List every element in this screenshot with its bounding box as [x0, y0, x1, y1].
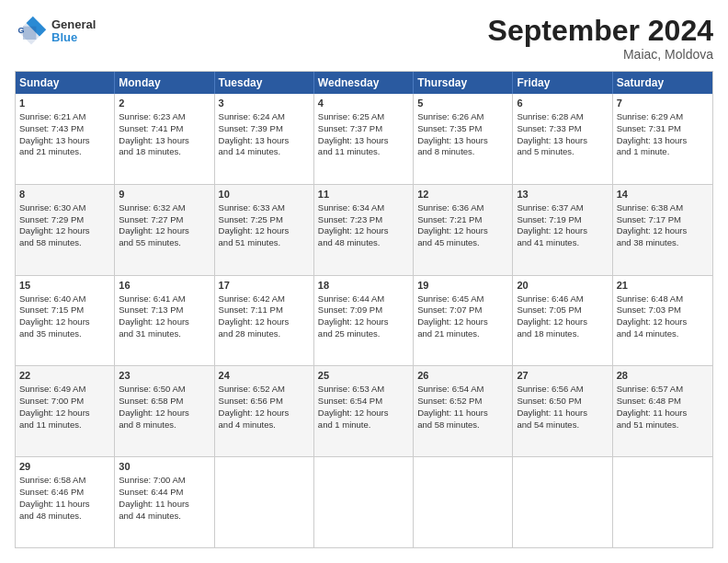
day-cell-26: 26Sunrise: 6:54 AM Sunset: 6:52 PM Dayli… [414, 366, 513, 456]
calendar-row-4: 22Sunrise: 6:49 AM Sunset: 7:00 PM Dayli… [16, 366, 712, 457]
day-number-22: 22 [19, 369, 110, 383]
day-number-9: 9 [119, 188, 210, 201]
day-number-28: 28 [617, 369, 709, 383]
day-number-30: 30 [119, 460, 210, 474]
calendar-header: Sunday Monday Tuesday Wednesday Thursday… [16, 72, 712, 94]
day-cell-12: 12Sunrise: 6:36 AM Sunset: 7:21 PM Dayli… [414, 185, 513, 275]
empty-cell-r4c3 [314, 457, 414, 547]
empty-cell-r4c5 [513, 457, 612, 547]
day-cell-18: 18Sunrise: 6:44 AM Sunset: 7:09 PM Dayli… [314, 276, 414, 366]
day-number-25: 25 [318, 369, 409, 383]
header-wednesday: Wednesday [314, 72, 414, 94]
day-cell-20: 20Sunrise: 6:46 AM Sunset: 7:05 PM Dayli… [513, 276, 612, 366]
day-number-23: 23 [119, 369, 210, 383]
day-cell-22: 22Sunrise: 6:49 AM Sunset: 7:00 PM Dayli… [16, 366, 115, 456]
calendar: Sunday Monday Tuesday Wednesday Thursday… [15, 71, 713, 548]
day-number-14: 14 [617, 188, 709, 201]
svg-text:G: G [18, 26, 25, 35]
month-title: September 2024 [488, 15, 713, 47]
calendar-row-3: 15Sunrise: 6:40 AM Sunset: 7:15 PM Dayli… [16, 276, 712, 367]
logo-line2: Blue [51, 31, 96, 44]
day-cell-16: 16Sunrise: 6:41 AM Sunset: 7:13 PM Dayli… [115, 276, 214, 366]
empty-cell-r4c2 [215, 457, 314, 547]
day-number-15: 15 [19, 279, 110, 293]
day-cell-27: 27Sunrise: 6:56 AM Sunset: 6:50 PM Dayli… [513, 366, 612, 456]
day-number-17: 17 [219, 279, 310, 293]
logo: G General Blue [15, 15, 96, 48]
day-number-19: 19 [417, 279, 508, 293]
day-number-27: 27 [517, 369, 608, 383]
calendar-row-5: 29Sunrise: 6:58 AM Sunset: 6:46 PM Dayli… [16, 457, 712, 547]
empty-cell-r4c6 [613, 457, 712, 547]
day-cell-7: 7Sunrise: 6:29 AM Sunset: 7:31 PM Daylig… [613, 94, 712, 184]
day-cell-23: 23Sunrise: 6:50 AM Sunset: 6:58 PM Dayli… [115, 366, 214, 456]
day-cell-9: 9Sunrise: 6:32 AM Sunset: 7:27 PM Daylig… [115, 185, 214, 275]
day-cell-3: 3Sunrise: 6:24 AM Sunset: 7:39 PM Daylig… [215, 94, 314, 184]
day-cell-28: 28Sunrise: 6:57 AM Sunset: 6:48 PM Dayli… [613, 366, 712, 456]
logo-icon: G [15, 15, 48, 48]
empty-cell-r4c4 [414, 457, 513, 547]
day-number-7: 7 [617, 97, 709, 110]
day-cell-2: 2Sunrise: 6:23 AM Sunset: 7:41 PM Daylig… [115, 94, 214, 184]
header-saturday: Saturday [613, 72, 712, 94]
header-tuesday: Tuesday [215, 72, 314, 94]
header: G General Blue September 2024 Maiac, Mol… [15, 15, 713, 62]
day-cell-4: 4Sunrise: 6:25 AM Sunset: 7:37 PM Daylig… [314, 94, 414, 184]
day-number-20: 20 [517, 279, 608, 293]
day-cell-19: 19Sunrise: 6:45 AM Sunset: 7:07 PM Dayli… [414, 276, 513, 366]
header-sunday: Sunday [16, 72, 115, 94]
day-number-11: 11 [318, 188, 409, 201]
calendar-row-2: 8Sunrise: 6:30 AM Sunset: 7:29 PM Daylig… [16, 185, 712, 276]
header-friday: Friday [513, 72, 612, 94]
logo-text: General Blue [51, 18, 96, 45]
day-number-21: 21 [617, 279, 709, 293]
day-number-12: 12 [417, 188, 508, 201]
day-number-8: 8 [19, 188, 110, 201]
day-cell-8: 8Sunrise: 6:30 AM Sunset: 7:29 PM Daylig… [16, 185, 115, 275]
logo-line1: General [51, 18, 96, 31]
calendar-body: 1Sunrise: 6:21 AM Sunset: 7:43 PM Daylig… [16, 94, 712, 547]
day-number-4: 4 [318, 97, 409, 110]
day-number-26: 26 [417, 369, 508, 383]
day-cell-15: 15Sunrise: 6:40 AM Sunset: 7:15 PM Dayli… [16, 276, 115, 366]
day-number-6: 6 [517, 97, 608, 110]
day-number-24: 24 [219, 369, 310, 383]
day-number-3: 3 [219, 97, 310, 110]
day-number-2: 2 [119, 97, 210, 110]
location: Maiac, Moldova [488, 47, 713, 62]
header-monday: Monday [115, 72, 214, 94]
svg-marker-2 [23, 27, 36, 40]
calendar-row-1: 1Sunrise: 6:21 AM Sunset: 7:43 PM Daylig… [16, 94, 712, 185]
day-number-18: 18 [318, 279, 409, 293]
day-cell-17: 17Sunrise: 6:42 AM Sunset: 7:11 PM Dayli… [215, 276, 314, 366]
page: G General Blue September 2024 Maiac, Mol… [0, 0, 728, 563]
day-cell-10: 10Sunrise: 6:33 AM Sunset: 7:25 PM Dayli… [215, 185, 314, 275]
day-number-13: 13 [517, 188, 608, 201]
day-cell-30: 30Sunrise: 7:00 AM Sunset: 6:44 PM Dayli… [115, 457, 214, 547]
day-number-29: 29 [19, 460, 110, 474]
day-cell-5: 5Sunrise: 6:26 AM Sunset: 7:35 PM Daylig… [414, 94, 513, 184]
day-number-16: 16 [119, 279, 210, 293]
day-cell-11: 11Sunrise: 6:34 AM Sunset: 7:23 PM Dayli… [314, 185, 414, 275]
title-block: September 2024 Maiac, Moldova [488, 15, 713, 62]
day-number-1: 1 [19, 97, 110, 110]
day-cell-13: 13Sunrise: 6:37 AM Sunset: 7:19 PM Dayli… [513, 185, 612, 275]
day-cell-14: 14Sunrise: 6:38 AM Sunset: 7:17 PM Dayli… [613, 185, 712, 275]
day-number-5: 5 [417, 97, 508, 110]
day-cell-6: 6Sunrise: 6:28 AM Sunset: 7:33 PM Daylig… [513, 94, 612, 184]
day-number-10: 10 [219, 188, 310, 201]
day-cell-1: 1Sunrise: 6:21 AM Sunset: 7:43 PM Daylig… [16, 94, 115, 184]
day-cell-24: 24Sunrise: 6:52 AM Sunset: 6:56 PM Dayli… [215, 366, 314, 456]
day-cell-29: 29Sunrise: 6:58 AM Sunset: 6:46 PM Dayli… [16, 457, 115, 547]
day-cell-25: 25Sunrise: 6:53 AM Sunset: 6:54 PM Dayli… [314, 366, 414, 456]
header-thursday: Thursday [414, 72, 513, 94]
day-cell-21: 21Sunrise: 6:48 AM Sunset: 7:03 PM Dayli… [613, 276, 712, 366]
